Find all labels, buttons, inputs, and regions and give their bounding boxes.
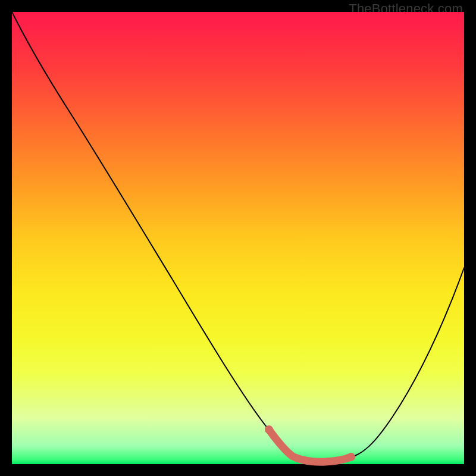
bottleneck-curve-line (12, 12, 464, 461)
optimal-range-start-dot (265, 425, 273, 434)
chart-plot-area (12, 12, 464, 464)
optimal-range-highlight-line (269, 430, 351, 462)
optimal-range-end-dot (347, 453, 355, 461)
chart-frame: TheBottleneck.com (0, 0, 476, 476)
curve-svg (12, 12, 464, 464)
